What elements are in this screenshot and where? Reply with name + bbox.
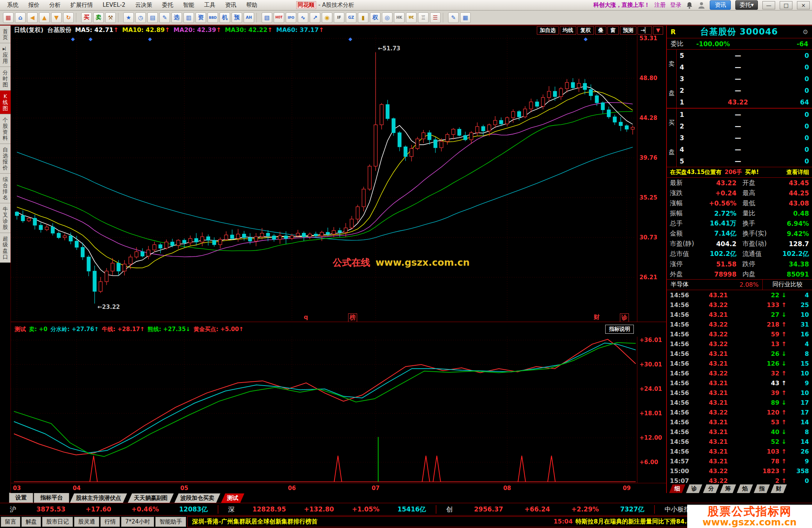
nav-up-icon[interactable]: ▲: [39, 12, 50, 23]
view-detail-link[interactable]: 查看详细: [786, 169, 809, 176]
documents-icon[interactable]: ▥: [183, 12, 194, 23]
sidebar-item-kline[interactable]: K线图: [0, 91, 11, 114]
menu-item[interactable]: 云决策: [130, 2, 157, 9]
menu-item[interactable]: LEVEL-2: [98, 2, 130, 9]
bottom-button[interactable]: 股灵通: [74, 517, 99, 527]
restore-button[interactable]: □: [780, 1, 792, 9]
bottom-button[interactable]: 智能助手: [155, 517, 186, 527]
indicator-chart[interactable]: +36.01+30.01+24.01+18.01+12.00+6.00: [11, 337, 666, 483]
chart-shortcut-财[interactable]: 财: [594, 313, 600, 321]
trend-wave-icon[interactable]: ∿: [298, 12, 308, 23]
quote-tab-诊[interactable]: 诊: [686, 484, 702, 493]
indicator-tab[interactable]: 测试: [221, 493, 244, 503]
main-chart[interactable]: 公式在线www.gszx.com.cn 53.3148.8044.2839.76…: [11, 35, 666, 322]
time-sales-list[interactable]: 14:5643.2122 ↓414:5643.22133 ↑2514:5643.…: [667, 290, 812, 483]
hot-icon[interactable]: HOT: [274, 12, 284, 23]
report-icon[interactable]: ▤: [147, 12, 158, 23]
quote-tab-细[interactable]: 细: [669, 484, 685, 493]
keyboard-panel-icon[interactable]: ▦: [460, 12, 471, 23]
menu-item[interactable]: 资讯: [220, 2, 241, 9]
exchange-bank-icon[interactable]: ♖: [418, 12, 429, 23]
news-ticker[interactable]: 深圳-香港-广州集群跃居全球创新集群排行榜首 15:04 特斯拉8月在瑞典的新注…: [187, 516, 702, 527]
quote-tab-筹[interactable]: 筹: [720, 484, 736, 493]
news-icon[interactable]: ▧: [262, 12, 272, 23]
event-diamond-icon[interactable]: ◆: [148, 36, 152, 42]
coin-icon[interactable]: ◉: [322, 12, 332, 23]
machine-ji-icon[interactable]: 机: [220, 12, 230, 23]
app-grid-icon[interactable]: ▦: [3, 12, 14, 23]
ah-compare-icon[interactable]: AH: [244, 12, 254, 23]
chart-shortcut-诊[interactable]: 诊: [620, 313, 629, 322]
chart-toolbar-button[interactable]: 叠: [595, 26, 606, 35]
bell-icon[interactable]: [686, 2, 693, 9]
forex-icon[interactable]: ¥€: [406, 12, 417, 23]
kline-chart-icon[interactable]: ↗: [310, 12, 320, 23]
sidebar-item-diagnosis[interactable]: 牛叉诊股: [0, 203, 11, 233]
event-diamond-icon[interactable]: ◆: [348, 36, 352, 42]
indicator-tab[interactable]: 股林主升浪潜伏点: [70, 493, 127, 503]
news-button[interactable]: 资讯: [710, 0, 731, 10]
promo-link[interactable]: 科创大涨，直接上车！: [593, 2, 650, 9]
indicator-svg[interactable]: [11, 337, 666, 483]
chart-toolbar-button[interactable]: 复权: [577, 26, 594, 35]
register-link[interactable]: 注册: [654, 2, 665, 9]
auction-icon[interactable]: ⚒: [105, 12, 116, 23]
bbd-icon[interactable]: BBD: [208, 12, 218, 23]
menu-item[interactable]: 扩展行情: [65, 2, 98, 9]
compass-icon[interactable]: ◎: [382, 12, 392, 23]
info-zi-icon[interactable]: 资: [195, 12, 206, 23]
menu-item[interactable]: 报价: [23, 2, 44, 9]
quote-tab-分[interactable]: 分: [703, 484, 719, 493]
event-diamond-icon[interactable]: ◆: [89, 36, 92, 42]
close-button[interactable]: ×: [797, 1, 810, 9]
event-diamond-icon[interactable]: ◆: [71, 36, 75, 42]
menu-item[interactable]: 委托: [157, 2, 178, 9]
quote-tab-财[interactable]: 财: [771, 484, 787, 493]
minimize-button[interactable]: —: [762, 1, 775, 9]
nav-down-icon[interactable]: ▼: [51, 12, 62, 23]
sidebar-item-stock-info[interactable]: 个股资料: [0, 114, 11, 144]
sell-icon[interactable]: 卖: [93, 12, 104, 23]
home-icon[interactable]: ⌂: [15, 12, 26, 23]
edit-formula-icon[interactable]: ✎: [448, 12, 459, 23]
refresh-icon[interactable]: ↻: [63, 12, 74, 23]
indicator-tab[interactable]: 天天躺赢副图: [128, 493, 174, 503]
edit-pen-icon[interactable]: ✎: [159, 12, 170, 23]
bottom-button[interactable]: 7*24小时: [121, 517, 154, 527]
menu-item[interactable]: 工具: [199, 2, 220, 9]
ipo-icon[interactable]: IPO: [286, 12, 296, 23]
indicator-tab[interactable]: 指标平台: [34, 493, 69, 503]
gold-icon[interactable]: ▮: [358, 12, 368, 23]
rights-quan-icon[interactable]: 权: [370, 12, 380, 23]
chart-toolbar-button[interactable]: 预测: [620, 26, 636, 35]
chart-shortcut-榜[interactable]: 榜: [348, 313, 357, 322]
candlestick-chart[interactable]: [11, 35, 666, 322]
dropdown-icon[interactable]: ▼: [653, 26, 663, 35]
quote-tab-焰[interactable]: 焰: [737, 484, 753, 493]
bottom-button[interactable]: 留言: [1, 517, 20, 527]
us-market-icon[interactable]: ☰: [430, 12, 441, 23]
indicator-tab[interactable]: 波段加仓买卖: [174, 493, 220, 503]
bottom-button[interactable]: 解盘: [21, 517, 41, 527]
industry-compare-link[interactable]: 同行业比较: [762, 280, 812, 290]
stock-pick-icon[interactable]: 选: [171, 12, 182, 23]
indicator-tab[interactable]: 设置: [9, 493, 33, 503]
clock-icon[interactable]: ◷: [135, 12, 146, 23]
indicator-help-button[interactable]: 指标说明: [605, 325, 634, 334]
sidebar-item-home[interactable]: 首页: [0, 26, 11, 43]
chart-shortcut-q[interactable]: q: [304, 313, 308, 321]
chart-toolbar-button[interactable]: 加自选: [537, 26, 559, 35]
gear-icon[interactable]: ⚙: [803, 28, 808, 36]
bottom-button[interactable]: 股市日记: [42, 517, 73, 527]
gz-bonds-icon[interactable]: GZ: [346, 12, 356, 23]
hk-market-icon[interactable]: HK: [394, 12, 404, 23]
user-icon[interactable]: [698, 2, 705, 9]
if-futures-icon[interactable]: IF: [334, 12, 344, 23]
sidebar-item-super-level2[interactable]: 超级盘口: [0, 233, 11, 263]
bottom-button[interactable]: 行情: [100, 517, 120, 527]
menu-item[interactable]: 分析: [44, 2, 65, 9]
sidebar-item-app[interactable]: ▶▏应用: [0, 43, 11, 67]
menu-item[interactable]: 帮助: [241, 2, 262, 9]
event-diamond-icon[interactable]: ◆: [584, 36, 588, 42]
menu-item[interactable]: 系统: [2, 2, 23, 9]
